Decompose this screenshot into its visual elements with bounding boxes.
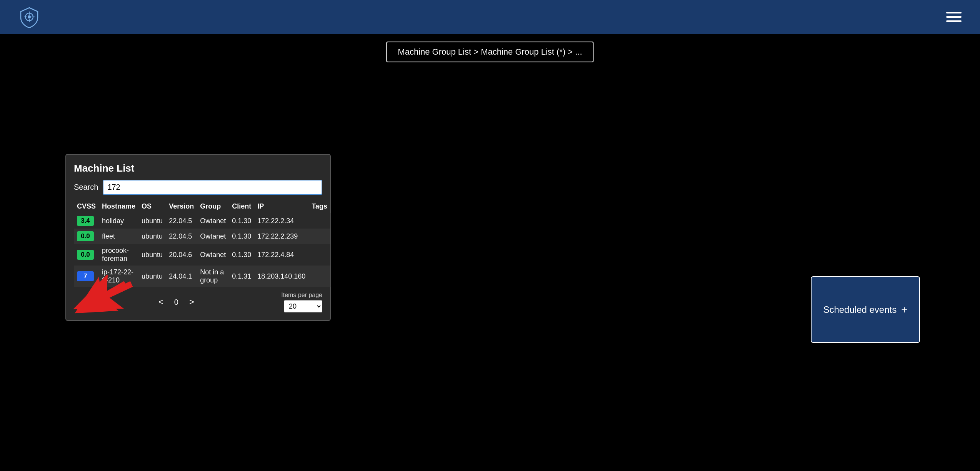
scheduled-events-button[interactable]: Scheduled events + [811, 276, 920, 343]
svg-marker-7 [67, 275, 137, 321]
cell-version: 24.04.1 [166, 266, 197, 287]
cell-ip: 172.22.2.239 [254, 229, 308, 244]
cell-tags [308, 266, 330, 287]
panel-title: Machine List [74, 162, 322, 174]
table-row[interactable]: 3.4 holiday ubuntu 22.04.5 Owtanet 0.1.3… [74, 213, 330, 229]
cell-version: 22.04.5 [166, 229, 197, 244]
cell-tags [308, 213, 330, 229]
cell-group: Owtanet [197, 229, 229, 244]
cell-group: Owtanet [197, 244, 229, 266]
items-per-page-select[interactable]: 20 50 100 [284, 300, 322, 312]
plus-icon: + [901, 304, 907, 316]
col-os: OS [138, 200, 166, 213]
search-row: Search [74, 180, 322, 195]
search-label: Search [74, 183, 98, 192]
red-arrow-indicator [67, 275, 137, 321]
cell-client: 0.1.30 [229, 229, 254, 244]
cell-os: ubuntu [138, 213, 166, 229]
header [0, 0, 980, 34]
col-group: Group [197, 200, 229, 213]
cell-os: ubuntu [138, 244, 166, 266]
col-tags: Tags [308, 200, 330, 213]
cell-hostname: procook-foreman [99, 244, 138, 266]
cell-os: ubuntu [138, 229, 166, 244]
cell-client: 0.1.30 [229, 213, 254, 229]
pagination-controls: < 0 > [158, 297, 194, 307]
logo-icon [18, 6, 40, 28]
breadcrumb: Machine Group List > Machine Group List … [386, 42, 593, 62]
col-client: Client [229, 200, 254, 213]
prev-page-button[interactable]: < [158, 297, 163, 307]
svg-point-1 [28, 15, 31, 18]
cell-version: 22.04.5 [166, 213, 197, 229]
cell-hostname: holiday [99, 213, 138, 229]
scheduled-events-label: Scheduled events [823, 304, 897, 315]
cell-client: 0.1.30 [229, 244, 254, 266]
logo-container [18, 6, 40, 28]
page-number: 0 [174, 298, 178, 307]
table-header-row: CVSS Hostname OS Version Group Client IP… [74, 200, 330, 213]
cell-tags [308, 244, 330, 266]
cell-client: 0.1.31 [229, 266, 254, 287]
hamburger-menu-icon[interactable] [946, 12, 962, 22]
col-hostname: Hostname [99, 200, 138, 213]
col-version: Version [166, 200, 197, 213]
cell-tags [308, 229, 330, 244]
cell-ip: 18.203.140.160 [254, 266, 308, 287]
col-cvss: CVSS [74, 200, 99, 213]
cell-cvss: 0.0 [74, 244, 99, 266]
table-row[interactable]: 0.0 fleet ubuntu 22.04.5 Owtanet 0.1.30 … [74, 229, 330, 244]
table-row[interactable]: 0.0 procook-foreman ubuntu 20.04.6 Owtan… [74, 244, 330, 266]
cell-os: ubuntu [138, 266, 166, 287]
cell-hostname: fleet [99, 229, 138, 244]
cell-ip: 172.22.2.34 [254, 213, 308, 229]
breadcrumb-text: Machine Group List > Machine Group List … [398, 47, 582, 57]
search-input[interactable] [103, 180, 322, 195]
cell-cvss: 0.0 [74, 229, 99, 244]
cell-cvss: 3.4 [74, 213, 99, 229]
cell-ip: 172.22.4.84 [254, 244, 308, 266]
cell-group: Owtanet [197, 213, 229, 229]
next-page-button[interactable]: > [189, 297, 194, 307]
cell-group: Not in a group [197, 266, 229, 287]
cell-version: 20.04.6 [166, 244, 197, 266]
items-per-page-container: Items per page 20 50 100 [281, 292, 322, 312]
machine-table: CVSS Hostname OS Version Group Client IP… [74, 200, 330, 287]
items-per-page-label: Items per page [281, 292, 322, 299]
col-ip: IP [254, 200, 308, 213]
